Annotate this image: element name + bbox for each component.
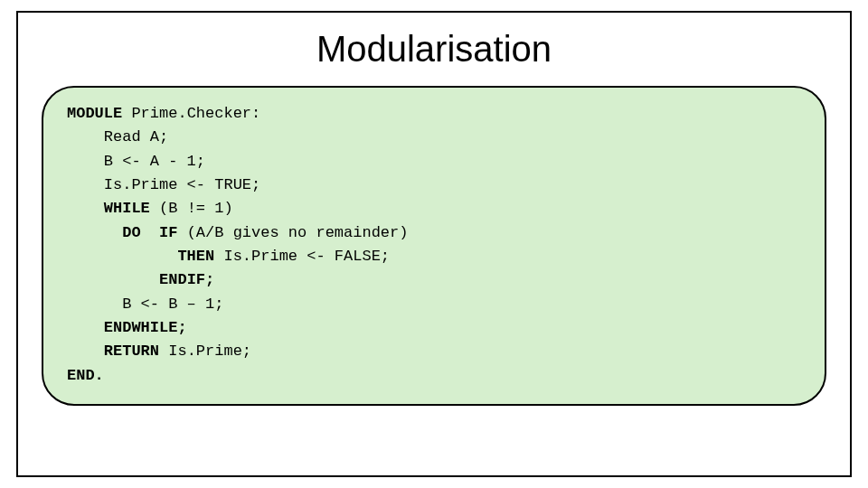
code-text: (B != 1) [150,200,233,217]
code-indent [67,271,159,288]
kw-while: WHILE [104,200,150,217]
slide-title: Modularisation [18,29,850,70]
kw-module: MODULE [67,105,122,122]
code-line: Is.Prime <- TRUE; [67,176,260,193]
pseudocode-block: MODULE Prime.Checker: Read A; B <- A - 1… [67,102,801,388]
code-text: Prime.Checker: [122,105,260,122]
code-text: (A/B gives no remainder) [177,224,408,241]
slide-frame: Modularisation MODULE Prime.Checker: Rea… [16,11,852,477]
code-line: Read A; [67,128,168,145]
kw-endif: ENDIF; [159,271,214,288]
code-line: B <- B – 1; [67,296,223,313]
kw-end: END. [67,367,104,384]
kw-return: RETURN [104,343,159,360]
code-indent [67,224,122,241]
kw-if: IF [159,224,177,241]
code-box: MODULE Prime.Checker: Read A; B <- A - 1… [42,86,826,406]
code-indent [141,224,159,241]
kw-then: THEN [177,248,214,265]
code-indent [67,248,177,265]
code-text: Is.Prime <- FALSE; [214,248,390,265]
code-text: Is.Prime; [159,343,251,360]
code-indent [67,343,104,360]
kw-endwhile: ENDWHILE; [104,319,187,336]
kw-do: DO [122,224,140,241]
code-line: B <- A - 1; [67,153,205,170]
code-indent [67,200,104,217]
code-indent [67,319,104,336]
